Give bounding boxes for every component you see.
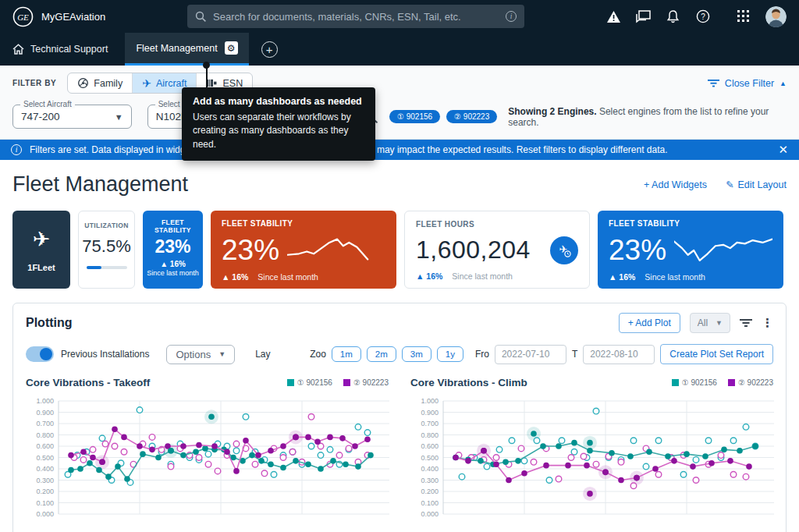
nav-technical-support[interactable]: Technical Support [12,33,125,66]
plot-filter-icon[interactable] [740,318,752,328]
legend-label: ① 902156 [297,378,332,387]
legend-item-902156: ① 902156 [287,378,332,387]
kpi-stability-label: FLEET STABILITY [147,218,199,234]
filter-funnel-icon [708,79,719,87]
svg-text:1.000: 1.000 [36,397,54,405]
legend-swatch-teal [287,379,294,386]
app-grid-icon[interactable] [736,9,751,24]
global-filter-bar: FILTER BY Family ✈ Aircraft ESN [0,66,799,140]
kpi-stability-red-label: FLEET STABILITY [222,219,385,228]
utilization-progress-bar [87,266,127,269]
previous-installations-toggle[interactable] [26,346,54,362]
search-input[interactable] [213,11,499,23]
plot-scope-select[interactable]: All ▼ [690,313,730,333]
global-search[interactable]: i [187,5,524,28]
options-label: Options [176,349,211,360]
kpi-fleet-card[interactable]: ✈ 1FLeet [12,211,70,289]
legend-swatch-purple [343,379,350,386]
kpi-utilization-value: 75.5% [82,236,130,257]
top-navbar: GE MyGEAviation i ? [0,0,799,33]
to-date-input[interactable] [583,345,655,364]
engine-icon [77,77,89,89]
add-dashboard-tooltip: Add as many dashboards as needed Users c… [182,87,375,161]
airplane-icon: ✈ [33,227,51,252]
zoom-1y-button[interactable]: 1y [437,346,463,362]
add-dashboard-button[interactable]: + [261,41,278,58]
banner-text: Filters are set. Data displayed in widge… [30,144,770,155]
flight-hours-icon: ✈ [550,236,578,264]
search-icon [195,11,207,23]
airplane-icon: ✈ [142,78,151,89]
chart-takeoff-title: Core Vibrations - Takeoff [26,377,150,388]
create-plot-set-report-button[interactable]: Create Plot Set Report [660,344,773,364]
plotting-title: Plotting [26,316,73,330]
tooltip-body: Users can separate their workflows by cr… [193,111,364,151]
edit-layout-label: Edit Layout [737,179,787,190]
alerts-warning-icon[interactable] [606,9,622,24]
filter-by-label: FILTER BY [12,79,56,87]
plot-scope-value: All [698,317,708,328]
kpi-fleet-stability-red-card[interactable]: FLEET STABILITY 23% ▲ 16% Since last mon… [211,211,396,289]
zoom-1m-button[interactable]: 1m [332,346,361,362]
help-icon[interactable]: ? [695,9,711,24]
kpi-fleet-stability-blue-card[interactable]: FLEET STABILITY 23% ▲ 16% Since last mon… [598,211,783,289]
svg-text:0.100: 0.100 [36,499,54,507]
engine-summary-count: Showing 2 Engines. [508,106,596,117]
segment-family-label: Family [94,78,123,89]
chart-climb-plot: 1.0000.9000.7000.8000.6000.5000.4000.300… [410,395,773,532]
close-filter-label: Close Filter [725,78,774,89]
select-aircraft-value: 747-200 [21,111,60,122]
page-title: Fleet Management [12,172,188,197]
kpi-stability-red-value: 23% [222,234,279,267]
search-info-icon[interactable]: i [506,11,517,22]
chart-climb: Core Vibrations - Climb ① 902156 ② 90222… [410,377,773,532]
zoom-2m-button[interactable]: 2m [367,346,396,362]
from-date-input[interactable] [495,345,566,364]
svg-text:0.100: 0.100 [421,499,439,507]
segment-family[interactable]: Family [68,73,132,93]
edit-layout-button[interactable]: ✎ Edit Layout [726,179,787,190]
to-label: T [572,349,577,360]
svg-text:0.400: 0.400 [421,465,439,473]
kpi-utilization-card[interactable]: UTILIZATION 75.5% [78,211,135,289]
tab-fleet-management[interactable]: Fleet Management ⚙ [125,33,248,66]
close-filter-button[interactable]: Close Filter ▲ [708,78,787,89]
home-icon [12,44,24,55]
chart-takeoff: Core Vibrations - Takeoff ① 902156 ② 902… [26,377,389,532]
dashboard-settings-icon[interactable]: ⚙ [225,41,238,55]
banner-close-icon[interactable]: ✕ [778,143,788,157]
zoom-3m-button[interactable]: 3m [402,346,431,362]
legend-swatch-teal [672,379,679,386]
svg-text:0.900: 0.900 [421,409,439,417]
svg-text:0.000: 0.000 [36,510,54,518]
engine-chip-902156[interactable]: ① 902156 [389,110,440,123]
select-aircraft-dropdown[interactable]: Select Aircraft 747-200 ▼ [12,105,132,129]
kpi-stability-red-delta: ▲ 16% [222,272,248,282]
svg-text:0.800: 0.800 [36,431,54,439]
options-dropdown[interactable]: Options ▼ [166,345,235,364]
kpi-fleet-stability-card[interactable]: FLEET STABILITY 23% ▲ 16% Since last mon… [143,211,203,289]
svg-text:0.800: 0.800 [421,431,439,439]
chart-climb-legend: ① 902156 ② 902223 [672,378,773,387]
plot-more-menu-icon[interactable]: ⋮ [762,316,773,330]
legend-label: ② 902223 [738,378,773,387]
app-title: MyGEAviation [41,11,105,23]
user-avatar[interactable] [765,6,787,27]
layout-label: Lay [255,349,270,360]
kpi-hours-label: FLEET HOURS [416,220,578,229]
ge-logo[interactable]: GE [12,6,34,27]
chart-takeoff-plot: 1.0000.9000.7000.8000.6000.5000.4000.300… [26,395,389,532]
tooltip-stem [206,66,208,89]
notifications-bell-icon[interactable] [666,9,681,24]
kpi-fleet-hours-card[interactable]: FLEET HOURS 1,600,204 ✈ ▲ 16% Since last… [404,211,590,289]
svg-text:0.500: 0.500 [36,454,54,462]
engine-summary: Showing 2 Engines. Select engines from t… [508,106,787,128]
add-widgets-button[interactable]: + Add Widgets [644,179,707,190]
svg-text:GE: GE [17,12,29,22]
messages-icon[interactable] [636,9,652,24]
chevron-down-icon: ▼ [218,350,225,358]
svg-text:0.500: 0.500 [421,454,439,462]
add-plot-button[interactable]: + Add Plot [619,313,680,333]
engine-chip-902223[interactable]: ② 902223 [446,110,497,123]
svg-text:0.400: 0.400 [36,465,54,473]
